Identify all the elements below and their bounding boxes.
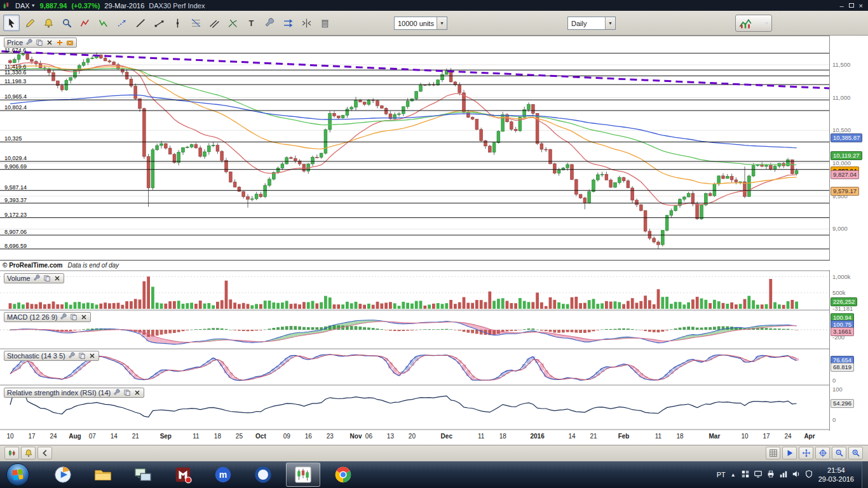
- volume-settings-button[interactable]: [33, 274, 41, 282]
- draw-pencil-tool[interactable]: [22, 15, 38, 31]
- units-value: 10000 units: [395, 20, 437, 27]
- vertical-line-tool[interactable]: [169, 15, 186, 31]
- taskbar-app-network-share[interactable]: [126, 463, 160, 487]
- chart-canvas[interactable]: 11,674.611,419.611,330.611,198.310,965.4…: [0, 36, 830, 431]
- pitchfork-tool[interactable]: [224, 15, 241, 31]
- copy-icon: [78, 352, 86, 360]
- pattern-bull-tool[interactable]: [95, 15, 112, 31]
- taskbar-app-prorealtime[interactable]: [286, 463, 320, 487]
- volume-close-button[interactable]: [53, 274, 61, 282]
- tray-grid-icon[interactable]: [741, 470, 750, 480]
- price-alert-button[interactable]: [21, 447, 36, 459]
- show-desktop-button[interactable]: [862, 461, 868, 488]
- stochastic-duplicate-button[interactable]: [78, 352, 86, 360]
- settings-tool[interactable]: [261, 15, 278, 31]
- price-axis[interactable]: 11,50011,00010,50010,0009,5009,00010,385…: [830, 36, 868, 431]
- taskbar-app-chrome[interactable]: [326, 463, 360, 487]
- restore-button[interactable]: [849, 3, 854, 8]
- zoom-tool[interactable]: [58, 15, 75, 31]
- taskbar-app-mcafee[interactable]: [166, 463, 200, 487]
- taskbar-app-media-player[interactable]: [46, 463, 80, 487]
- forecast-tool[interactable]: [114, 15, 130, 31]
- instrument-dropdown[interactable]: DAX ▼: [15, 2, 36, 10]
- start-button[interactable]: [6, 463, 29, 486]
- chevron-down-icon[interactable]: ▼: [437, 17, 447, 29]
- app-statusbar: [0, 445, 868, 461]
- time-axis[interactable]: 101724Aug071421Sep111825Oct091623Nov0613…: [0, 431, 830, 444]
- price-axis-tick: 10,000: [832, 159, 851, 166]
- tray-volume-icon: [792, 470, 801, 478]
- svg-text:11,674.6: 11,674.6: [4, 47, 26, 53]
- price-duplicate-button[interactable]: [36, 39, 43, 46]
- compare-tool[interactable]: [280, 15, 296, 31]
- macd-duplicate-button[interactable]: [70, 313, 78, 321]
- chart-period-button[interactable]: [4, 447, 19, 459]
- tray-display-icon[interactable]: [754, 470, 763, 480]
- delete-tool[interactable]: [316, 15, 333, 31]
- tray-time: 21:54: [818, 466, 854, 475]
- taskbar-app-explorer[interactable]: [86, 463, 120, 487]
- segment-icon: [154, 18, 165, 29]
- volume-panel-header: Volume: [4, 273, 64, 283]
- price-change: (+0.37%): [71, 2, 100, 10]
- desktop: DAX ▼ 9,887.94 (+0.37%) 29-Mar-2016 DAX3…: [0, 0, 868, 488]
- rsi-duplicate-button[interactable]: [123, 389, 131, 396]
- minimize-button[interactable]: –: [839, 2, 843, 10]
- pan-chart-button[interactable]: [799, 447, 813, 459]
- split-screen-tool[interactable]: [298, 15, 315, 31]
- rsi-close-button[interactable]: [133, 389, 141, 396]
- chevron-down-icon: ▼: [764, 21, 769, 25]
- close-button[interactable]: ×: [859, 2, 863, 10]
- language-indicator[interactable]: PT: [717, 471, 726, 478]
- price-panel-header: Price: [4, 37, 77, 48]
- select-tool[interactable]: [3, 15, 20, 31]
- tray-expand-arrow[interactable]: ▲: [731, 472, 736, 478]
- stochastic-close-button[interactable]: [88, 352, 96, 360]
- fibonacci-tool[interactable]: [187, 15, 204, 31]
- price-axis-tick: 11,500: [832, 61, 850, 68]
- zoom-in-button[interactable]: [848, 447, 863, 459]
- macd-close-button[interactable]: [80, 313, 88, 321]
- channel-tool[interactable]: [206, 15, 222, 31]
- data-table-button[interactable]: [766, 447, 780, 459]
- units-dropdown[interactable]: 10000 units ▼: [394, 17, 447, 30]
- macd-settings-button[interactable]: [60, 313, 67, 321]
- zoom-out-button[interactable]: [832, 447, 846, 459]
- text-tool[interactable]: T: [243, 15, 259, 31]
- clock[interactable]: 21:54 29-03-2016: [818, 466, 857, 484]
- volume-duplicate-button[interactable]: [43, 274, 51, 282]
- tray-shield-icon[interactable]: [804, 470, 813, 480]
- chevron-down-icon[interactable]: ▼: [605, 17, 615, 29]
- taskbar-app-m[interactable]: m: [206, 463, 240, 487]
- bell-icon: [43, 18, 54, 29]
- volume-axis-tick: 500k: [832, 289, 846, 296]
- chart-region[interactable]: 11,674.611,419.611,330.611,198.310,965.4…: [0, 36, 868, 445]
- rsi-panel-title: Relative strength index (RSI) (14): [7, 389, 111, 396]
- tray-printer-icon[interactable]: [766, 470, 775, 480]
- stochastic-settings-button[interactable]: [68, 352, 76, 360]
- taskbar-app-browser[interactable]: [246, 463, 280, 487]
- add-indicator-button[interactable]: [56, 39, 64, 46]
- trendline-tool[interactable]: [132, 15, 149, 31]
- screenshot-button[interactable]: [66, 39, 74, 46]
- crosshair-button[interactable]: [815, 447, 830, 459]
- chart-style-dropdown[interactable]: ▼: [735, 15, 772, 32]
- ring-icon: [254, 465, 273, 484]
- folder-icon: [93, 465, 112, 484]
- tray-network-icon[interactable]: [779, 470, 788, 480]
- rsi-settings-button[interactable]: [113, 389, 121, 396]
- alert-tool[interactable]: [40, 15, 57, 31]
- price-close-button[interactable]: [46, 39, 53, 46]
- pattern-bear-tool[interactable]: [77, 15, 93, 31]
- time-axis-label: 18: [676, 433, 683, 440]
- timeframe-dropdown[interactable]: Daily ▼: [567, 17, 616, 30]
- scroll-back-button[interactable]: [37, 447, 52, 459]
- time-axis-label: 24: [784, 433, 791, 440]
- play-button[interactable]: [782, 447, 797, 459]
- pitchfork-icon: [227, 18, 238, 29]
- tray-volume-icon[interactable]: [792, 470, 801, 480]
- volume-panel-title: Volume: [7, 274, 31, 282]
- segment-tool[interactable]: [151, 15, 167, 31]
- time-axis-label: 20: [409, 433, 416, 440]
- price-settings-button[interactable]: [25, 39, 33, 46]
